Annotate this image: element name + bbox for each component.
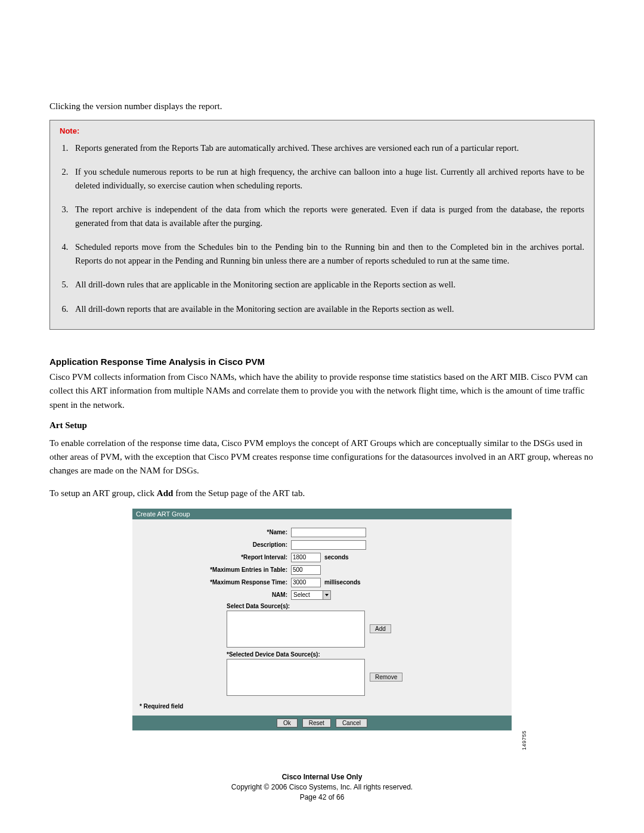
add-button[interactable]: Add — [370, 624, 391, 633]
note-list: Reports generated from the Reports Tab a… — [60, 141, 584, 315]
unit-seconds: seconds — [324, 554, 349, 561]
label-max-entries: *Maximum Entries in Table: — [138, 566, 291, 573]
row-select-ds: Add — [138, 611, 506, 648]
list-item: All drill-down rules that are applicable… — [70, 278, 584, 291]
row-description: Description: — [138, 540, 506, 550]
svg-marker-0 — [325, 594, 329, 596]
remove-button[interactable]: Remove — [370, 673, 402, 682]
row-max-entries: *Maximum Entries in Table: — [138, 565, 506, 575]
row-max-response: *Maximum Response Time: milliseconds — [138, 578, 506, 587]
unit-milliseconds: milliseconds — [324, 579, 361, 586]
cancel-button[interactable]: Cancel — [336, 719, 367, 727]
ok-button[interactable]: Ok — [277, 719, 298, 727]
section-heading-art: Application Response Time Analysis in Ci… — [49, 357, 595, 367]
label-description: Description: — [138, 541, 291, 548]
note-box: Note: Reports generated from the Reports… — [49, 120, 595, 330]
dialog-footer: Ok Reset Cancel — [132, 716, 512, 730]
section-heading-setup: Art Setup — [49, 420, 595, 431]
required-field-note: * Required field — [140, 703, 506, 710]
nam-selected-value: Select — [293, 592, 310, 598]
embedded-dialog: Create ART Group *Name: Description: *Re… — [132, 509, 512, 730]
dialog-body: *Name: Description: *Report Interval: se… — [132, 519, 512, 716]
setup-body2-post: from the Setup page of the ART tab. — [173, 488, 305, 498]
report-interval-input[interactable] — [291, 553, 321, 562]
setup-body: To enable correlation of the response ti… — [49, 436, 595, 478]
figure-id: 149755 — [521, 730, 527, 750]
row-name: *Name: — [138, 528, 506, 537]
name-input[interactable] — [291, 528, 366, 537]
footer-line-1: Cisco Internal Use Only — [49, 772, 595, 782]
setup-body2-bold: Add — [157, 488, 174, 498]
setup-body-2: To setup an ART group, click Add from th… — [49, 487, 595, 500]
selected-datasources-listbox[interactable] — [227, 659, 365, 696]
label-name: *Name: — [138, 529, 291, 535]
list-item: Reports generated from the Reports Tab a… — [70, 141, 584, 154]
label-report-interval: *Report Interval: — [138, 554, 291, 561]
row-report-interval: *Report Interval: seconds — [138, 553, 506, 562]
dialog-title-bar: Create ART Group — [132, 509, 512, 519]
label-nam: NAM: — [138, 592, 291, 598]
row-nam: NAM: Select — [138, 590, 506, 600]
intro-text: Clicking the version number displays the… — [49, 101, 595, 112]
document-page: Clicking the version number displays the… — [0, 0, 644, 832]
reset-button[interactable]: Reset — [302, 719, 331, 727]
max-entries-input[interactable] — [291, 565, 321, 575]
list-item: Scheduled reports move from the Schedule… — [70, 240, 584, 267]
setup-body2-pre: To setup an ART group, click — [49, 488, 157, 498]
list-item: The report archive is independent of the… — [70, 203, 584, 230]
list-item: If you schedule numerous reports to be r… — [70, 165, 584, 192]
label-select-ds: Select Data Source(s): — [227, 603, 506, 609]
description-input[interactable] — [291, 540, 366, 550]
label-max-response: *Maximum Response Time: — [138, 579, 291, 586]
footer-line-2: Copyright © 2006 Cisco Systems, Inc. All… — [49, 782, 595, 792]
max-response-input[interactable] — [291, 578, 321, 587]
page-footer: Cisco Internal Use Only Copyright © 2006… — [49, 772, 595, 802]
art-body: Cisco PVM collects information from Cisc… — [49, 370, 595, 412]
note-title: Note: — [60, 126, 584, 135]
available-datasources-listbox[interactable] — [227, 611, 365, 648]
row-selected-ds: Remove — [138, 659, 506, 696]
nam-select[interactable]: Select — [291, 590, 331, 600]
label-selected-ds: *Selected Device Data Source(s): — [227, 651, 506, 658]
list-item: All drill-down reports that are availabl… — [70, 302, 584, 315]
footer-line-3: Page 42 of 66 — [49, 792, 595, 803]
chevron-down-icon — [323, 591, 330, 599]
